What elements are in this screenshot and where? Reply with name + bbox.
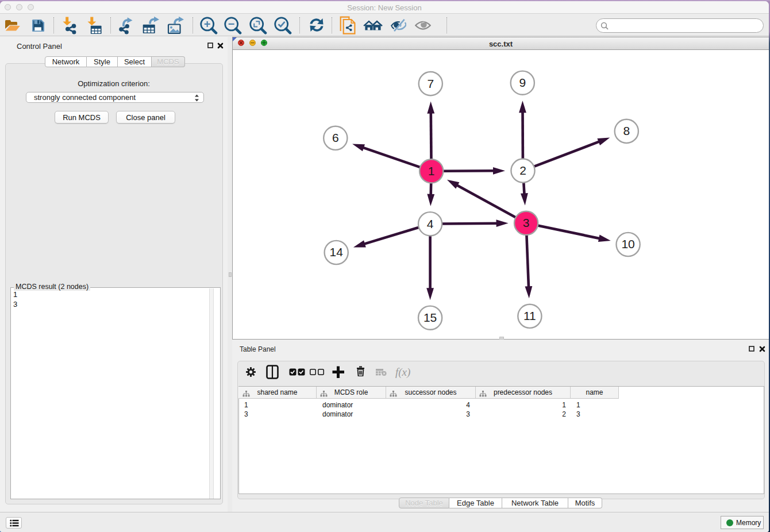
svg-text:6: 6 — [332, 131, 339, 144]
svg-text:7: 7 — [427, 77, 434, 90]
svg-text:3: 3 — [523, 216, 530, 229]
svg-text:14: 14 — [330, 245, 344, 259]
svg-text:1: 1 — [428, 164, 435, 178]
svg-text:2: 2 — [519, 164, 526, 177]
svg-text:11: 11 — [523, 309, 536, 322]
svg-text:9: 9 — [519, 76, 526, 89]
svg-text:8: 8 — [623, 124, 630, 137]
svg-text:15: 15 — [424, 311, 437, 324]
svg-text:4: 4 — [427, 217, 434, 230]
svg-text:10: 10 — [621, 237, 634, 250]
